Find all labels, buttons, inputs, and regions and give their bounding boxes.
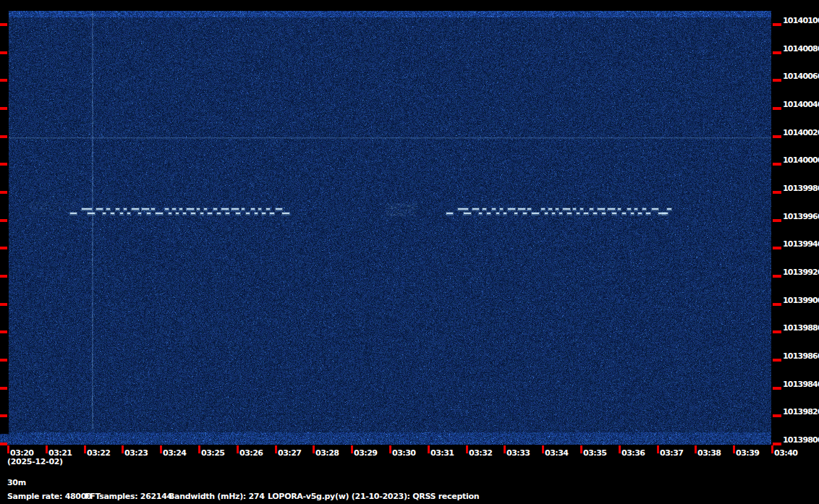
time-tick-label: 03:37 bbox=[660, 448, 684, 458]
time-tick-label: 03:27 bbox=[278, 448, 302, 458]
freq-tick-left bbox=[0, 79, 7, 82]
time-tick bbox=[771, 445, 773, 453]
time-tick bbox=[428, 445, 430, 453]
time-tick-label: 03:29 bbox=[354, 448, 378, 458]
time-tick bbox=[619, 445, 621, 453]
time-tick bbox=[351, 445, 353, 453]
freq-tick-label: 10140000 bbox=[783, 155, 819, 165]
time-tick-label: 03:40 bbox=[774, 448, 798, 458]
freq-tick-left bbox=[0, 275, 7, 278]
freq-tick-label: 10139860 bbox=[783, 351, 819, 361]
date-label: (2025-12-02) bbox=[7, 457, 63, 466]
time-tick bbox=[580, 445, 582, 453]
time-tick bbox=[46, 445, 48, 453]
time-tick-label: 03:25 bbox=[201, 448, 225, 458]
freq-tick-left bbox=[0, 443, 7, 445]
freq-tick-left bbox=[0, 359, 7, 362]
freq-tick-right bbox=[773, 191, 781, 194]
freq-tick-right bbox=[773, 135, 781, 138]
freq-tick-label: 10139940 bbox=[783, 239, 819, 249]
freq-tick-left bbox=[0, 330, 7, 333]
freq-tick-label: 10139840 bbox=[783, 380, 819, 389]
time-tick-label: 03:32 bbox=[469, 448, 493, 458]
time-tick bbox=[122, 445, 124, 453]
freq-tick-right bbox=[773, 51, 781, 54]
freq-tick-right bbox=[773, 107, 781, 110]
time-tick bbox=[504, 445, 506, 453]
freq-tick-label: 10139960 bbox=[783, 212, 819, 221]
freq-tick-label: 10140080 bbox=[783, 44, 819, 54]
time-tick-label: 03:22 bbox=[87, 448, 111, 458]
freq-tick-label: 10139880 bbox=[783, 323, 819, 333]
qrss-grabber-screen: 1014010010140080101400601014004010140020… bbox=[0, 0, 819, 504]
time-tick bbox=[7, 445, 9, 453]
freq-tick-right bbox=[773, 247, 781, 249]
freq-tick-label: 10140060 bbox=[783, 72, 819, 81]
time-tick-label: 03:30 bbox=[392, 448, 416, 458]
freq-tick-left bbox=[0, 23, 7, 26]
time-tick bbox=[389, 445, 391, 453]
freq-tick-left bbox=[0, 247, 7, 249]
freq-tick-right bbox=[773, 443, 781, 445]
time-tick-label: 03:26 bbox=[239, 448, 263, 458]
time-tick-label: 03:28 bbox=[315, 448, 339, 458]
freq-tick-left bbox=[0, 219, 7, 222]
freq-tick-label: 10140020 bbox=[783, 128, 819, 137]
freq-tick-left bbox=[0, 107, 7, 110]
freq-tick-label: 10139900 bbox=[783, 296, 819, 305]
fft-samples-label: FFTsamples: 262144 bbox=[85, 492, 172, 501]
freq-tick-right bbox=[773, 219, 781, 222]
freq-tick-right bbox=[773, 414, 781, 417]
time-tick bbox=[733, 445, 735, 453]
time-tick-label: 03:36 bbox=[621, 448, 645, 458]
time-tick bbox=[466, 445, 468, 453]
freq-tick-label: 10139980 bbox=[783, 184, 819, 193]
freq-tick-left bbox=[0, 303, 7, 306]
time-tick-label: 03:38 bbox=[697, 448, 721, 458]
freq-tick-right bbox=[773, 163, 781, 166]
freq-tick-label: 10139820 bbox=[783, 407, 819, 417]
time-tick-label: 03:31 bbox=[430, 448, 454, 458]
freq-tick-right bbox=[773, 79, 781, 82]
time-tick-label: 03:35 bbox=[583, 448, 607, 458]
time-tick bbox=[84, 445, 86, 453]
time-tick bbox=[160, 445, 162, 453]
freq-tick-right bbox=[773, 359, 781, 362]
bandwidth-label: Bandwidth (mHz): 274 bbox=[169, 492, 265, 501]
freq-tick-left bbox=[0, 163, 7, 166]
freq-tick-left bbox=[0, 414, 7, 417]
time-tick bbox=[237, 445, 239, 453]
time-tick-label: 03:33 bbox=[506, 448, 530, 458]
time-tick bbox=[542, 445, 544, 453]
freq-tick-left bbox=[0, 191, 7, 194]
time-tick-label: 03:23 bbox=[124, 448, 148, 458]
freq-tick-label: 10139800 bbox=[783, 435, 819, 445]
app-version-label: LOPORA-v5g.py(w) (21-10-2023): QRSS rece… bbox=[268, 492, 479, 501]
time-tick bbox=[198, 445, 200, 453]
freq-tick-label: 10139920 bbox=[783, 268, 819, 277]
waterfall-spectrogram bbox=[0, 11, 771, 445]
time-tick-label: 03:39 bbox=[736, 448, 760, 458]
freq-tick-label: 10140040 bbox=[783, 100, 819, 109]
freq-tick-left bbox=[0, 51, 7, 54]
sample-rate-label: Sample rate: 48000 bbox=[7, 492, 91, 501]
band-label: 30m bbox=[7, 478, 26, 487]
time-tick bbox=[275, 445, 277, 453]
time-tick-label: 03:34 bbox=[545, 448, 569, 458]
freq-tick-right bbox=[773, 275, 781, 278]
freq-tick-left bbox=[0, 135, 7, 138]
time-tick-label: 03:24 bbox=[163, 448, 187, 458]
freq-tick-right bbox=[773, 387, 781, 390]
freq-tick-right bbox=[773, 303, 781, 306]
time-tick bbox=[313, 445, 315, 453]
freq-tick-left bbox=[0, 387, 7, 390]
freq-tick-right bbox=[773, 330, 781, 333]
freq-tick-right bbox=[773, 23, 781, 26]
time-tick bbox=[695, 445, 697, 453]
freq-tick-label: 10140100 bbox=[783, 16, 819, 25]
time-tick bbox=[657, 445, 659, 453]
